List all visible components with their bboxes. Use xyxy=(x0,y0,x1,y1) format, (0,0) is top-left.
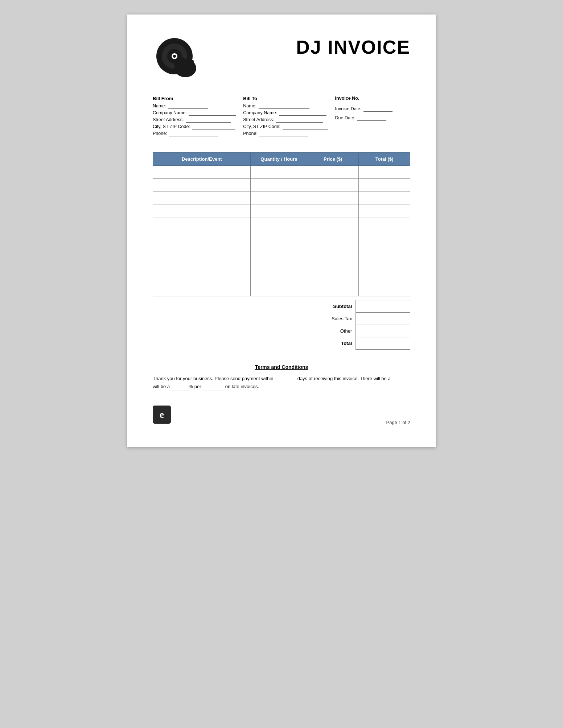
total-value xyxy=(356,337,410,350)
bill-from-block: Bill From Name: Company Name: Street Add… xyxy=(153,96,236,138)
footer-logo-icon: e xyxy=(153,406,171,424)
table-cell-5-0 xyxy=(153,231,251,244)
other-value xyxy=(356,325,410,337)
table-row xyxy=(153,166,410,179)
table-cell-3-2 xyxy=(307,205,359,218)
terms-section: Terms and Conditions Thank you for your … xyxy=(153,364,410,391)
logo-area xyxy=(153,36,211,81)
bill-from-company: Company Name: xyxy=(153,110,236,116)
table-cell-4-1 xyxy=(251,218,307,231)
sales-tax-value xyxy=(356,313,410,325)
total-label: Total xyxy=(301,337,356,350)
subtotal-value xyxy=(356,300,410,313)
header: DJ INVOICE xyxy=(153,36,410,81)
table-cell-8-1 xyxy=(251,270,307,283)
table-cell-3-0 xyxy=(153,205,251,218)
table-cell-8-0 xyxy=(153,270,251,283)
table-cell-2-3 xyxy=(359,192,410,205)
subtotal-row: Subtotal xyxy=(301,300,410,313)
bill-to-phone: Phone: xyxy=(243,131,328,136)
terms-title: Terms and Conditions xyxy=(153,364,410,370)
col-header-price: Price ($) xyxy=(307,153,359,166)
bill-to-name: Name: xyxy=(243,103,328,109)
col-header-quantity: Quantity / Hours xyxy=(251,153,307,166)
col-header-description: Description/Event xyxy=(153,153,251,166)
sales-tax-label: Sales Tax xyxy=(301,313,356,325)
table-cell-5-3 xyxy=(359,231,410,244)
totals-section: Subtotal Sales Tax Other Total xyxy=(153,300,410,350)
invoice-title-area: DJ INVOICE xyxy=(211,36,410,58)
table-cell-7-1 xyxy=(251,257,307,270)
table-cell-7-0 xyxy=(153,257,251,270)
table-cell-9-3 xyxy=(359,283,410,296)
table-row xyxy=(153,257,410,270)
table-row xyxy=(153,218,410,231)
table-row xyxy=(153,192,410,205)
table-cell-0-0 xyxy=(153,166,251,179)
table-cell-9-0 xyxy=(153,283,251,296)
terms-text: Thank you for your business. Please send… xyxy=(153,375,410,391)
table-cell-9-1 xyxy=(251,283,307,296)
invoice-table: Description/Event Quantity / Hours Price… xyxy=(153,152,410,296)
table-cell-1-3 xyxy=(359,179,410,192)
table-cell-6-2 xyxy=(307,244,359,257)
subtotal-label: Subtotal xyxy=(301,300,356,313)
table-cell-6-1 xyxy=(251,244,307,257)
bill-from-label: Bill From xyxy=(153,96,236,101)
bill-from-phone: Phone: xyxy=(153,131,236,136)
table-header-row: Description/Event Quantity / Hours Price… xyxy=(153,153,410,166)
bill-to-label: Bill To xyxy=(243,96,328,101)
table-cell-1-0 xyxy=(153,179,251,192)
dj-logo-icon xyxy=(153,36,204,80)
table-cell-9-2 xyxy=(307,283,359,296)
table-row xyxy=(153,179,410,192)
sales-tax-row: Sales Tax xyxy=(301,313,410,325)
table-row xyxy=(153,244,410,257)
table-cell-4-0 xyxy=(153,218,251,231)
invoice-title: DJ INVOICE xyxy=(296,36,410,58)
bill-to-company: Company Name: xyxy=(243,110,328,116)
table-cell-2-0 xyxy=(153,192,251,205)
svg-text:e: e xyxy=(160,409,164,420)
table-cell-7-3 xyxy=(359,257,410,270)
table-cell-6-3 xyxy=(359,244,410,257)
invoice-date-row: Invoice Date: xyxy=(335,106,430,112)
bill-from-street: Street Address: xyxy=(153,117,236,123)
table-row xyxy=(153,270,410,283)
bill-from-name: Name: xyxy=(153,103,236,109)
svg-point-11 xyxy=(174,62,195,76)
table-cell-3-3 xyxy=(359,205,410,218)
due-date-row: Due Date: xyxy=(335,115,430,121)
table-row xyxy=(153,283,410,296)
bill-from-city: City, ST ZIP Code: xyxy=(153,124,236,129)
table-cell-5-1 xyxy=(251,231,307,244)
table-cell-7-2 xyxy=(307,257,359,270)
invoice-page: DJ INVOICE Bill From Name: Company Name:… xyxy=(127,15,436,447)
bill-to-city: City, ST ZIP Code: xyxy=(243,124,328,129)
bill-to-street: Street Address: xyxy=(243,117,328,123)
table-cell-6-0 xyxy=(153,244,251,257)
table-cell-0-1 xyxy=(251,166,307,179)
total-row: Total xyxy=(301,337,410,350)
invoice-no-row: Invoice No. xyxy=(335,96,430,101)
invoice-meta-block: Invoice No. Invoice Date: Due Date: xyxy=(335,96,430,138)
table-cell-8-3 xyxy=(359,270,410,283)
table-cell-2-1 xyxy=(251,192,307,205)
table-cell-1-1 xyxy=(251,179,307,192)
table-row xyxy=(153,231,410,244)
table-cell-5-2 xyxy=(307,231,359,244)
other-row: Other xyxy=(301,325,410,337)
table-cell-1-2 xyxy=(307,179,359,192)
page-footer: e Page 1 of 2 xyxy=(153,406,410,425)
footer-logo-area: e xyxy=(153,406,171,425)
table-cell-0-2 xyxy=(307,166,359,179)
table-cell-3-1 xyxy=(251,205,307,218)
col-header-total: Total ($) xyxy=(359,153,410,166)
table-cell-4-3 xyxy=(359,218,410,231)
bill-to-block: Bill To Name: Company Name: Street Addre… xyxy=(243,96,328,138)
billing-section: Bill From Name: Company Name: Street Add… xyxy=(153,96,410,138)
table-row xyxy=(153,205,410,218)
footer-page-number: Page 1 of 2 xyxy=(386,420,411,425)
other-label: Other xyxy=(301,325,356,337)
table-cell-2-2 xyxy=(307,192,359,205)
